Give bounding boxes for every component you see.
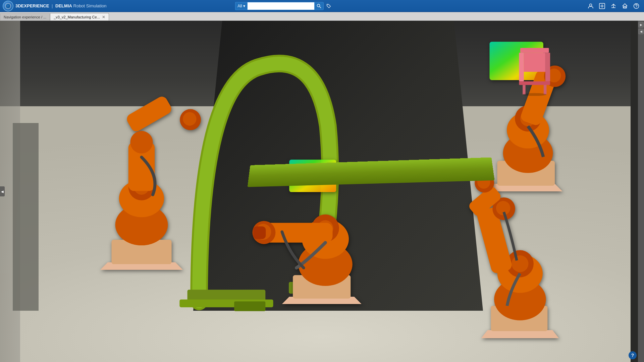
svg-point-22 [130, 131, 153, 154]
svg-rect-61 [545, 53, 550, 82]
tab-manufacturing-label: _v3_v2_Manufacturing Ce... [54, 15, 100, 19]
search-icon [317, 4, 321, 8]
help-header-button[interactable] [631, 1, 641, 11]
share-button[interactable] [608, 1, 619, 11]
svg-line-1 [319, 6, 321, 8]
svg-rect-23 [125, 95, 173, 133]
svg-rect-8 [624, 6, 626, 8]
svg-rect-64 [523, 85, 526, 95]
search-input[interactable] [247, 2, 314, 10]
svg-rect-36 [253, 226, 266, 239]
search-scope-dropdown[interactable]: All ▾ [235, 2, 247, 10]
tag-button[interactable] [324, 1, 334, 11]
robot-center-svg [245, 116, 406, 304]
kiosk-svg [509, 48, 560, 96]
tab-navigation[interactable]: Navigation experience / ... [0, 13, 50, 20]
search-button[interactable] [314, 2, 324, 10]
bg-pillar-left [13, 123, 39, 311]
panel-expand-btn[interactable]: ▶ [638, 22, 644, 27]
search-scope-label: All [237, 4, 242, 8]
scene-background[interactable] [0, 21, 644, 362]
svg-rect-62 [524, 53, 545, 72]
profile-icon [588, 3, 594, 9]
svg-point-10 [636, 7, 636, 7]
title-pipe: | [52, 3, 54, 8]
home-icon [622, 3, 628, 9]
profile-button[interactable] [586, 1, 596, 11]
svg-rect-60 [519, 53, 524, 82]
tab-manufacturing[interactable]: _v3_v2_Manufacturing Ce... ✕ [50, 13, 109, 20]
title-3d: 3DEXPERIENCE [15, 3, 49, 8]
tab-close-button[interactable]: ✕ [102, 15, 105, 19]
question-icon [633, 3, 639, 9]
app-header: 3DEXPERIENCE | DELMIA Robot Simulation A… [0, 0, 644, 12]
title-app: Robot Simulation [73, 3, 107, 8]
left-collapse-arrow[interactable]: ◀ [0, 186, 5, 196]
help-label: ? [631, 353, 634, 358]
main-viewport: ◀ ▶ ◀ ? [0, 21, 644, 362]
search-area: All ▾ [235, 1, 333, 11]
chevron-down-icon: ▾ [243, 4, 245, 8]
svg-point-0 [317, 4, 320, 7]
svg-point-66 [523, 93, 546, 96]
svg-point-3 [589, 4, 592, 6]
right-side-panel: ▶ ◀ [638, 21, 644, 362]
robot-left-svg [77, 82, 206, 270]
plus-icon [599, 3, 605, 9]
logo-inner [5, 3, 11, 9]
share-icon [610, 3, 616, 9]
tab-nav-label: Navigation experience / ... [4, 15, 46, 19]
svg-rect-63 [519, 81, 550, 85]
tab-bar: Navigation experience / ... _v3_v2_Manuf… [0, 12, 644, 21]
svg-point-2 [327, 5, 328, 5]
app-title: 3DEXPERIENCE | DELMIA Robot Simulation [15, 3, 107, 8]
header-right-controls [586, 1, 644, 11]
svg-rect-59 [520, 48, 549, 53]
logo-area: 3DEXPERIENCE | DELMIA Robot Simulation [0, 1, 109, 11]
svg-point-25 [183, 112, 197, 126]
home-button[interactable] [620, 1, 630, 11]
robot-left [77, 82, 206, 270]
tag-icon [326, 3, 331, 9]
collapse-icon: ◀ [1, 190, 4, 193]
svg-marker-47 [481, 330, 559, 338]
panel-collapse-btn[interactable]: ◀ [638, 29, 644, 34]
robot-center [245, 116, 406, 304]
svg-rect-65 [544, 85, 547, 95]
app-logo[interactable] [3, 1, 13, 11]
svg-point-52 [512, 255, 528, 272]
help-button[interactable]: ? [629, 351, 637, 359]
pink-kiosk [509, 48, 560, 96]
title-brand: DELMIA [55, 3, 72, 8]
add-button[interactable] [597, 1, 607, 11]
